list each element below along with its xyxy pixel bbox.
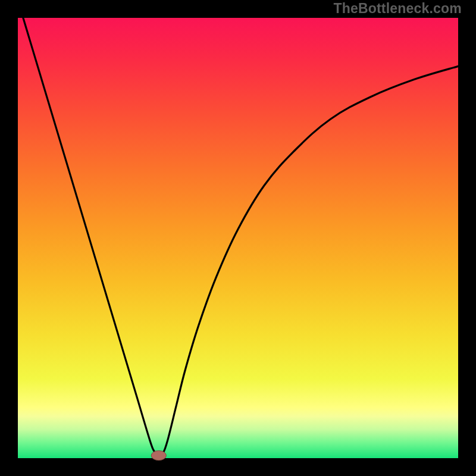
watermark-text: TheBottleneck.com bbox=[333, 1, 462, 17]
plot-background bbox=[18, 18, 458, 458]
bottleneck-chart bbox=[0, 0, 476, 476]
chart-frame: { "watermark": "TheBottleneck.com", "col… bbox=[0, 0, 476, 476]
minimum-marker bbox=[151, 450, 166, 460]
